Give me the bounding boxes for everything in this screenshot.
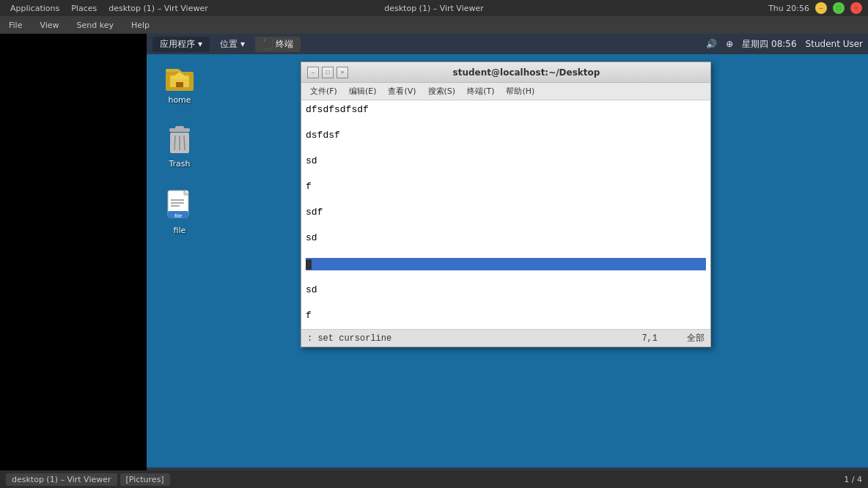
terminal-line-7-highlighted — [306, 258, 706, 271]
vm-places-menu[interactable]: 位置 ▾ — [213, 37, 252, 52]
host-time: Thu 20:56 — [768, 4, 809, 13]
terminal-line-6: sd — [306, 232, 706, 245]
terminal-minimize-button[interactable]: – — [307, 67, 319, 78]
host-apps-menu[interactable]: Applications — [6, 4, 64, 13]
vim-command-text: : set cursorline — [307, 333, 641, 344]
host-topbar: Applications Places desktop (1) – Virt V… — [0, 0, 868, 16]
vm-time: 星期四 08:56 — [742, 38, 796, 51]
trash-bin-icon — [166, 125, 193, 156]
host-bottom-pictures[interactable]: [Pictures] — [120, 473, 170, 486]
host-help-menu[interactable]: Help — [128, 19, 152, 32]
terminal-icon-text: ⬛ — [262, 39, 273, 49]
terminal-menubar: 文件(F) 编辑(E) 查看(V) 搜索(S) 终端(T) 帮助(H) — [301, 83, 710, 100]
vm-apps-arrow: ▾ — [198, 39, 202, 49]
host-file-menu[interactable]: File — [6, 19, 25, 32]
vm-network-icon: ⊕ — [726, 39, 733, 49]
vim-cursor — [306, 259, 312, 270]
vm-terminal-label: 终端 — [276, 38, 293, 51]
svg-rect-11 — [171, 199, 184, 201]
host-bottombar: desktop (1) – Virt Viewer [Pictures] 1 /… — [0, 470, 868, 488]
terminal-statusbar: : set cursorline 7,1 全部 — [301, 329, 710, 347]
vm-apps-menu[interactable]: 应用程序 ▾ — [152, 37, 210, 52]
terminal-window-controls: – □ × — [307, 67, 348, 78]
file-icon-label: file — [174, 226, 186, 235]
home-folder-icon — [164, 64, 195, 92]
terminal-menu-edit[interactable]: 编辑(E) — [345, 84, 381, 98]
vm-terminal-launcher[interactable]: ⬛ 终端 — [255, 37, 301, 52]
vm-speaker-icon: 🔊 — [706, 39, 717, 49]
vm-apps-label: 应用程序 — [160, 38, 195, 51]
terminal-line-4: f — [306, 180, 706, 193]
vm-area: 应用程序 ▾ 位置 ▾ ⬛ 终端 🔊 ⊕ 星期四 08:56 Student U… — [0, 34, 868, 488]
desktop-icon-home[interactable]: home — [154, 62, 205, 108]
vm-panel-top: 应用程序 ▾ 位置 ▾ ⬛ 终端 🔊 ⊕ 星期四 08:56 Student U… — [147, 34, 868, 54]
host-active-window[interactable]: desktop (1) – Virt Viewer — [104, 4, 213, 13]
terminal-titlebar: – □ × student@localhost:~/Desktop — [301, 62, 710, 83]
terminal-menu-view[interactable]: 查看(V) — [383, 84, 420, 98]
terminal-menu-help[interactable]: 帮助(H) — [501, 84, 539, 98]
home-icon-label: home — [168, 95, 191, 105]
svg-text:file: file — [174, 212, 183, 219]
trash-icon-label: Trash — [169, 159, 190, 169]
left-border — [0, 34, 147, 488]
svg-line-9 — [184, 136, 185, 150]
terminal-maximize-button[interactable]: □ — [322, 67, 334, 78]
host-places-menu[interactable]: Places — [67, 4, 101, 13]
svg-rect-12 — [171, 202, 184, 204]
vm-places-label: 位置 — [220, 38, 238, 51]
host-view-menu[interactable]: View — [37, 19, 62, 32]
host-bottom-virt[interactable]: desktop (1) – Virt Viewer — [6, 473, 117, 486]
svg-rect-5 — [175, 126, 184, 130]
terminal-title-text: student@localhost:~/Desktop — [348, 67, 705, 78]
terminal-close-button[interactable]: × — [336, 67, 348, 78]
host-topbar-right: Thu 20:56 – □ × — [768, 2, 862, 14]
desktop-icon-trash[interactable]: Trash — [154, 122, 205, 171]
svg-rect-3 — [176, 82, 183, 87]
terminal-line-5: sdf — [306, 206, 706, 219]
file-doc-icon: file — [165, 189, 194, 223]
host-window-title: desktop (1) – Virt Viewer — [384, 4, 484, 13]
svg-line-7 — [174, 136, 175, 150]
vm-panel-right: 🔊 ⊕ 星期四 08:56 Student User — [706, 38, 863, 51]
terminal-line-8: sd — [306, 284, 706, 297]
terminal-line-9: f — [306, 309, 706, 322]
vm-places-arrow: ▾ — [240, 39, 245, 49]
terminal-line-2: dsfdsf — [306, 129, 706, 142]
vim-scroll-percent: 全部 — [687, 332, 705, 344]
host-menubar: File View Send key Help — [0, 16, 868, 34]
terminal-line-3: sd — [306, 155, 706, 168]
terminal-text-area: dfsdfsdfsdf dsfdsf sd f sdf sd sd f ds f… — [301, 100, 710, 329]
terminal-menu-search[interactable]: 搜索(S) — [424, 84, 460, 98]
terminal-window: – □ × student@localhost:~/Desktop 文件(F) … — [301, 62, 711, 347]
host-minimize-button[interactable]: – — [815, 2, 827, 14]
terminal-content[interactable]: dfsdfsdfsdf dsfdsf sd f sdf sd sd f ds f… — [301, 100, 710, 329]
svg-rect-13 — [171, 205, 180, 207]
desktop-icon-file[interactable]: file file — [154, 186, 205, 238]
host-sendkey-menu[interactable]: Send key — [74, 19, 117, 32]
host-maximize-button[interactable]: □ — [833, 2, 845, 14]
host-bottom-page: 1 / 4 — [844, 475, 862, 484]
terminal-line-1: dfsdfsdfsdf — [306, 103, 706, 117]
terminal-menu-file[interactable]: 文件(F) — [306, 84, 342, 98]
terminal-menu-terminal[interactable]: 终端(T) — [463, 84, 499, 98]
vim-cursor-position: 7,1 — [641, 333, 658, 344]
vm-user: Student User — [806, 39, 863, 49]
desktop-icons: home Trash — [147, 54, 213, 245]
host-close-button[interactable]: × — [850, 2, 862, 14]
